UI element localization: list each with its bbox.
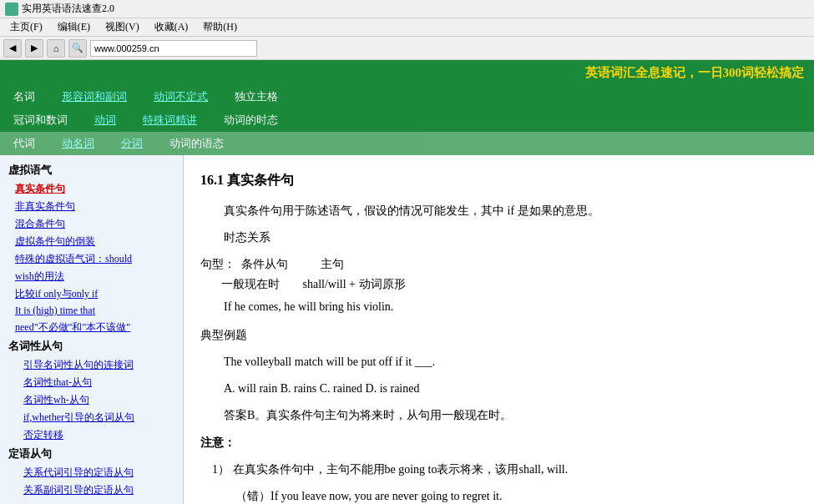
menu-bar: 主页(F) 编辑(E) 视图(V) 收藏(A) 帮助(H) <box>0 18 814 37</box>
menu-home[interactable]: 主页(F) <box>3 18 49 36</box>
ad-text: 英语词汇全息速记，一日300词轻松搞定 <box>585 65 805 81</box>
nav-special[interactable]: 特殊词精讲 <box>129 111 210 129</box>
menu-help[interactable]: 帮助(H) <box>196 18 244 36</box>
sidebar-item-false-conditional[interactable]: 非真实条件句 <box>0 198 183 215</box>
sidebar-item-true-conditional[interactable]: 真实条件句 <box>0 180 183 198</box>
example1: If he comes, he will bring his violin. <box>224 297 797 317</box>
sidebar-attr-clause-title: 定语从句 <box>0 444 183 464</box>
sidebar-item-rel-adv[interactable]: 关系副词引导的定语从句 <box>0 481 183 499</box>
nav-voice[interactable]: 动词的语态 <box>156 134 237 153</box>
nav-gerund[interactable]: 动名词 <box>48 134 108 153</box>
nav-infinitive[interactable]: 动词不定式 <box>140 88 221 106</box>
sidebar-item-need[interactable]: need"不必做"和"本不该做" <box>0 319 183 336</box>
content-intro: 真实条件句用于陈述语气，假设的情况可能发生，其中 if 是如果的意思。 <box>200 201 797 221</box>
typical-answer: 答案B。真实条件句主句为将来时，从句用一般现在时。 <box>224 406 797 426</box>
app-title: 实用英语语法速查2.0 <box>22 2 114 16</box>
back-button[interactable]: ◀ <box>3 39 22 58</box>
nav-adj-adv[interactable]: 形容词和副词 <box>48 88 140 106</box>
sidebar-item-rel-pron[interactable]: 关系代词引导的定语从句 <box>0 464 183 481</box>
title-bar: 实用英语语法速查2.0 <box>0 0 814 18</box>
menu-view[interactable]: 视图(V) <box>99 18 146 36</box>
typical-options: A. will rain B. rains C. rained D. is ra… <box>224 379 797 399</box>
note1-num: 1） <box>212 463 230 476</box>
sidebar-item-that-clause[interactable]: 名词性that-从句 <box>0 374 183 391</box>
nav-row-3: 代词 动名词 分词 动词的语态 <box>0 132 814 155</box>
sidebar-item-negation[interactable]: 否定转移 <box>0 426 183 444</box>
nav-articles[interactable]: 冠词和数词 <box>0 111 81 129</box>
sidebar-item-should[interactable]: 特殊的虚拟语气词：should <box>0 250 183 268</box>
ad-banner: 英语词汇全息速记，一日300词轻松搞定 <box>0 60 814 85</box>
nav-verbs[interactable]: 动词 <box>81 111 129 129</box>
sidebar-item-connector[interactable]: 引导名词性从句的连接词 <box>0 356 183 374</box>
main-area: 虚拟语气 真实条件句 非真实条件句 混合条件句 虚拟条件句的倒装 特殊的虚拟语气… <box>0 155 814 504</box>
nav-nouns[interactable]: 名词 <box>0 88 48 106</box>
sidebar-item-wh-clause[interactable]: 名词性wh-从句 <box>0 391 183 409</box>
menu-edit[interactable]: 编辑(E) <box>51 18 97 36</box>
typical-title-label: 典型例题 <box>200 329 247 341</box>
search-button[interactable]: 🔍 <box>68 39 87 58</box>
sidebar-item-if-whether[interactable]: if,whether引导的名词从句 <box>0 409 183 426</box>
typical-title: 典型例题 <box>200 325 797 345</box>
note1-text: 在真实条件句中，主句不能用be going to表示将来，该用shall, wi… <box>233 463 569 476</box>
app-icon <box>5 3 18 16</box>
nav-participle[interactable]: 分词 <box>108 134 156 153</box>
sidebar-item-mixed-conditional[interactable]: 混合条件句 <box>0 215 183 233</box>
note-title: 注意： <box>200 433 797 453</box>
nav-tense[interactable]: 动词的时态 <box>210 111 291 129</box>
forward-button[interactable]: ▶ <box>25 39 43 58</box>
toolbar: ◀ ▶ ⌂ 🔍 <box>0 37 814 60</box>
tense-section-title: 时态关系 <box>200 228 797 248</box>
sidebar-item-high-time[interactable]: It is (high) time that <box>0 303 183 319</box>
sidebar-noun-clause-title: 名词性从句 <box>0 336 183 356</box>
tense-title: 时态关系 <box>224 231 270 244</box>
nav-independent[interactable]: 独立主格 <box>221 88 291 106</box>
home-button[interactable]: ⌂ <box>47 39 65 58</box>
nav-row-2: 冠词和数词 动词 特殊词精讲 动词的时态 <box>0 108 814 132</box>
note1-line: 1） 在真实条件句中，主句不能用be going to表示将来，该用shall,… <box>212 460 797 480</box>
sidebar-item-wish[interactable]: wish的用法 <box>0 268 183 285</box>
sidebar-item-if-only[interactable]: 比较if only与only if <box>0 285 183 303</box>
note1-wrong: （错）If you leave now, you are never going… <box>235 486 797 504</box>
sidebar-item-inversion[interactable]: 虚拟条件句的倒装 <box>0 233 183 250</box>
content-title: 16.1 真实条件句 <box>200 169 797 191</box>
tense-table: 句型： 条件从句 主句 一般现在时 shall/will + 动词原形 <box>200 255 797 295</box>
nav-pronouns[interactable]: 代词 <box>0 134 48 153</box>
typical-question: The volleyball match will be put off if … <box>224 352 797 372</box>
sidebar: 虚拟语气 真实条件句 非真实条件句 混合条件句 虚拟条件句的倒装 特殊的虚拟语气… <box>0 155 184 504</box>
menu-favorites[interactable]: 收藏(A) <box>148 18 195 36</box>
address-bar[interactable] <box>90 40 257 57</box>
content-area: 16.1 真实条件句 真实条件句用于陈述语气，假设的情况可能发生，其中 if 是… <box>184 155 814 504</box>
sidebar-section-title: 虚拟语气 <box>0 160 183 180</box>
nav-row-1: 名词 形容词和副词 动词不定式 独立主格 <box>0 85 814 108</box>
